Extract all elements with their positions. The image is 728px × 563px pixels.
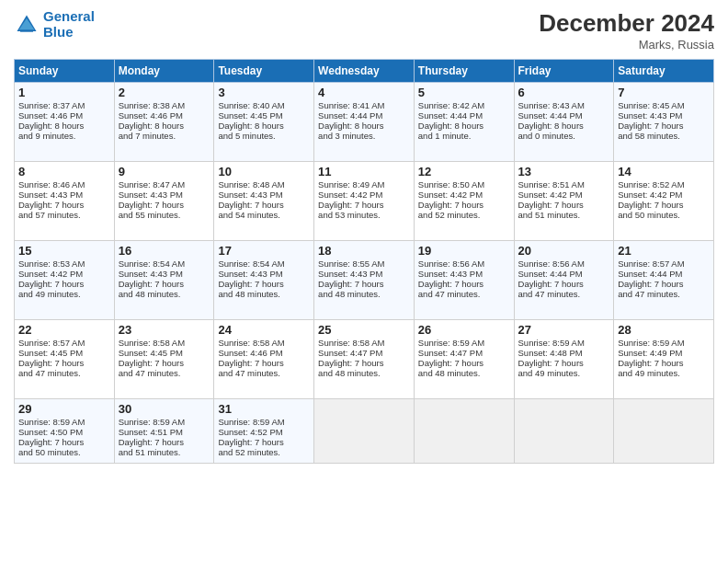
- day-number: 14: [618, 165, 710, 178]
- day-info: Daylight: 7 hours: [119, 200, 210, 210]
- day-number: 28: [618, 323, 710, 337]
- table-row: 8Sunrise: 8:46 AMSunset: 4:43 PMDaylight…: [15, 162, 115, 241]
- day-info: Sunrise: 8:51 AM: [518, 179, 610, 190]
- day-info: Daylight: 7 hours: [518, 279, 610, 289]
- day-info: Daylight: 7 hours: [218, 358, 310, 368]
- day-info: Sunrise: 8:42 AM: [418, 100, 510, 110]
- day-info: Daylight: 7 hours: [218, 437, 310, 447]
- day-info: Sunset: 4:42 PM: [618, 190, 710, 200]
- page: General Blue December 2024 Marks, Russia…: [0, 0, 728, 563]
- day-info: Daylight: 7 hours: [18, 358, 110, 368]
- table-row: 16Sunrise: 8:54 AMSunset: 4:43 PMDayligh…: [114, 241, 214, 320]
- day-info: and 58 minutes.: [618, 131, 710, 141]
- day-info: and 52 minutes.: [418, 210, 510, 220]
- day-info: Daylight: 7 hours: [318, 279, 410, 289]
- table-row: 30Sunrise: 8:59 AMSunset: 4:51 PMDayligh…: [114, 399, 214, 464]
- day-info: Sunrise: 8:54 AM: [119, 259, 210, 269]
- day-number: 7: [618, 86, 710, 99]
- table-row: 15Sunrise: 8:53 AMSunset: 4:42 PMDayligh…: [15, 241, 115, 320]
- day-number: 25: [318, 323, 410, 337]
- day-info: Sunset: 4:43 PM: [119, 269, 210, 279]
- day-info: Sunrise: 8:47 AM: [119, 179, 210, 190]
- day-number: 21: [618, 244, 710, 258]
- table-row: [414, 399, 514, 464]
- table-row: 27Sunrise: 8:59 AMSunset: 4:48 PMDayligh…: [514, 320, 614, 399]
- day-info: Daylight: 7 hours: [618, 279, 710, 289]
- day-info: and 7 minutes.: [119, 131, 210, 141]
- day-info: and 47 minutes.: [18, 368, 110, 378]
- day-info: Sunset: 4:43 PM: [218, 190, 310, 200]
- day-info: Sunrise: 8:57 AM: [618, 259, 710, 269]
- day-info: Daylight: 7 hours: [18, 437, 110, 447]
- day-info: Sunset: 4:42 PM: [518, 190, 610, 200]
- day-info: Sunrise: 8:59 AM: [119, 417, 210, 427]
- day-info: Sunrise: 8:58 AM: [318, 338, 410, 348]
- day-info: Sunrise: 8:53 AM: [18, 259, 110, 269]
- day-number: 30: [119, 402, 210, 416]
- table-row: 4Sunrise: 8:41 AMSunset: 4:44 PMDaylight…: [314, 83, 415, 162]
- day-info: Daylight: 7 hours: [518, 358, 610, 368]
- day-number: 1: [18, 86, 110, 99]
- table-row: 18Sunrise: 8:55 AMSunset: 4:43 PMDayligh…: [314, 241, 415, 320]
- day-info: Sunrise: 8:56 AM: [518, 259, 610, 269]
- day-info: Sunset: 4:52 PM: [218, 427, 310, 437]
- day-info: Sunset: 4:44 PM: [318, 110, 410, 121]
- day-info: and 48 minutes.: [218, 289, 310, 299]
- day-info: Daylight: 7 hours: [618, 358, 710, 368]
- day-info: and 1 minute.: [418, 131, 510, 141]
- day-number: 2: [119, 86, 210, 99]
- day-info: Daylight: 7 hours: [18, 200, 110, 210]
- day-info: Daylight: 7 hours: [119, 358, 210, 368]
- day-info: and 50 minutes.: [618, 210, 710, 220]
- table-row: 24Sunrise: 8:58 AMSunset: 4:46 PMDayligh…: [214, 320, 314, 399]
- day-info: Sunrise: 8:59 AM: [618, 338, 710, 348]
- day-info: Sunrise: 8:38 AM: [119, 100, 210, 110]
- day-number: 18: [318, 244, 410, 258]
- header-row: Sunday Monday Tuesday Wednesday Thursday…: [15, 60, 714, 83]
- table-row: [514, 399, 614, 464]
- day-info: Sunset: 4:43 PM: [618, 110, 710, 121]
- day-info: Sunset: 4:45 PM: [218, 110, 310, 121]
- day-info: Daylight: 8 hours: [418, 121, 510, 131]
- day-info: Sunset: 4:46 PM: [218, 348, 310, 358]
- month-year: December 2024: [539, 9, 714, 38]
- day-number: 20: [518, 244, 610, 258]
- day-info: Daylight: 7 hours: [218, 279, 310, 289]
- day-number: 5: [418, 86, 510, 99]
- col-tuesday: Tuesday: [214, 60, 314, 83]
- day-info: Sunset: 4:48 PM: [518, 348, 610, 358]
- day-info: Daylight: 7 hours: [418, 358, 510, 368]
- day-info: Sunset: 4:44 PM: [518, 110, 610, 121]
- day-info: and 53 minutes.: [318, 210, 410, 220]
- day-info: Daylight: 7 hours: [119, 437, 210, 447]
- col-wednesday: Wednesday: [314, 60, 415, 83]
- day-info: Sunset: 4:43 PM: [318, 269, 410, 279]
- day-info: Sunset: 4:49 PM: [618, 348, 710, 358]
- logo-text: General Blue: [43, 9, 95, 40]
- table-row: 21Sunrise: 8:57 AMSunset: 4:44 PMDayligh…: [614, 241, 714, 320]
- day-info: and 49 minutes.: [618, 368, 710, 378]
- table-row: 1Sunrise: 8:37 AMSunset: 4:46 PMDaylight…: [15, 83, 115, 162]
- day-info: and 48 minutes.: [318, 289, 410, 299]
- day-info: Daylight: 7 hours: [518, 200, 610, 210]
- day-info: Daylight: 7 hours: [119, 279, 210, 289]
- day-info: Sunrise: 8:41 AM: [318, 100, 410, 110]
- day-info: Sunrise: 8:58 AM: [218, 338, 310, 348]
- day-info: Sunset: 4:43 PM: [119, 190, 210, 200]
- day-info: Sunrise: 8:43 AM: [518, 100, 610, 110]
- day-info: Daylight: 8 hours: [18, 121, 110, 131]
- day-info: and 47 minutes.: [218, 368, 310, 378]
- day-info: Daylight: 7 hours: [318, 200, 410, 210]
- day-info: and 48 minutes.: [418, 368, 510, 378]
- day-info: Sunrise: 8:50 AM: [418, 179, 510, 190]
- day-info: Sunset: 4:51 PM: [119, 427, 210, 437]
- day-info: and 48 minutes.: [318, 368, 410, 378]
- table-row: 28Sunrise: 8:59 AMSunset: 4:49 PMDayligh…: [614, 320, 714, 399]
- day-info: Daylight: 8 hours: [318, 121, 410, 131]
- day-info: Daylight: 7 hours: [18, 279, 110, 289]
- day-info: and 47 minutes.: [119, 368, 210, 378]
- table-row: 12Sunrise: 8:50 AMSunset: 4:42 PMDayligh…: [414, 162, 514, 241]
- table-row: 23Sunrise: 8:58 AMSunset: 4:45 PMDayligh…: [114, 320, 214, 399]
- table-row: 31Sunrise: 8:59 AMSunset: 4:52 PMDayligh…: [214, 399, 314, 464]
- day-info: Sunrise: 8:45 AM: [618, 100, 710, 110]
